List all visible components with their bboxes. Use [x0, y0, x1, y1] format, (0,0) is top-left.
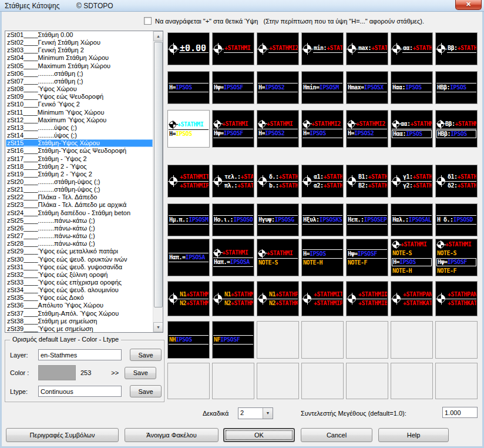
symbol-tile[interactable]: Hγυψ: IPSOSG — [257, 203, 299, 236]
list-item[interactable]: zSt03____Γενική Στάθμη 2 — [6, 46, 153, 54]
symbol-tile[interactable]: +STATHMI2H= IPSOS — [301, 110, 344, 148]
close-button[interactable]: ✕ — [455, 0, 482, 10]
list-item[interactable]: zSt25____.........πάνω-κάτω (;) — [6, 217, 153, 225]
positive-heights-checkbox[interactable] — [144, 17, 152, 25]
symbol-tile[interactable]: min: +STATHMIN — [301, 32, 344, 65]
color-swatch[interactable] — [38, 365, 76, 380]
list-item[interactable]: zSt04____Minimum Στάθμη Χώρου — [6, 54, 153, 62]
list-item[interactable]: zSt01____Στάθμη 0.00 — [6, 31, 153, 39]
list-item[interactable]: zSt13____.........ύψος (;) — [6, 124, 153, 132]
symbol-tile[interactable]: Hεπ.: IPSOSEP — [346, 203, 388, 236]
symbol-tile[interactable]: Hmax=IPSOSX — [346, 71, 388, 104]
list-item[interactable]: zSt19____Στάθμη 2 - Ύψος 2 — [6, 170, 153, 178]
symbol-tile[interactable]: NF IPSOSF — [212, 321, 254, 359]
list-item[interactable]: zSt29____Ύψος εώς μεταλλικό πατάρι — [6, 248, 153, 255]
symbol-tile[interactable]: +STATHMINOTE-SHψ=IPSOSFNOTE-F — [435, 239, 478, 276]
list-item[interactable]: zSt12____Maximum Ύψος Χώρου — [6, 116, 153, 124]
symbol-tile[interactable]: ΗΒβ: IPSOS — [435, 71, 478, 104]
symbol-tile[interactable]: +STATHMI — [212, 32, 254, 65]
cancel-button[interactable]: Cancel — [301, 428, 372, 442]
scroll-thumb[interactable] — [154, 42, 163, 307]
list-item[interactable]: zSt07____.........στάθμη (;) — [6, 78, 153, 85]
symbol-tile[interactable]: N1 +STATHMIDN2 +STATHMIB — [212, 281, 254, 316]
list-item[interactable]: zSt05____Maximum Στάθμη Χώρου — [6, 62, 153, 70]
symbol-tile[interactable]: +STATHMIH= IPSOS — [167, 110, 210, 148]
symbol-tile[interactable]: N1 +STATHPANON2 +STATHKATO — [257, 281, 299, 316]
ok-button[interactable]: OK — [223, 428, 295, 442]
symbol-tile[interactable]: +STATHMID N1+STATHMIB N2 — [346, 281, 388, 316]
symbol-tile[interactable]: +STATHMINOTE-S — [257, 239, 299, 276]
symbol-tile[interactable]: Hμ.π.: IPSOSMP — [167, 203, 210, 236]
symbol-tile[interactable]: τελ.: +STATHMITELπλ.: +STATHMIPL — [212, 165, 254, 198]
list-item[interactable]: zSt14____.........ύψος (;) — [6, 132, 153, 139]
symbol-tile[interactable]: Ββ: +STATHMIΗΒβ: IPSOS — [435, 110, 478, 148]
list-item[interactable]: zSt20____.........στάθμη-ύψος (;) — [6, 178, 153, 186]
list-item[interactable]: zSt36____Απόλυτο Ύψος Χώρου — [6, 302, 153, 309]
list-item[interactable]: zSt22____Πλάκα - Τελ. Δάπεδο — [6, 193, 153, 201]
list-item[interactable]: zSt26____.........πάνω-κάτω (;) — [6, 225, 153, 232]
list-item[interactable]: zSt23____Πλάκα - Τελ. Δάπεδο με αρχικά — [6, 201, 153, 209]
symbol-tile[interactable]: Hαλ.: IPSOSAL — [391, 203, 433, 236]
list-item[interactable]: zSt30____Ύψος εώς ψευδ. ορυκτών ινών — [6, 256, 153, 263]
symbol-tile[interactable]: αα: +STATHMI — [391, 32, 433, 65]
symbol-tile[interactable]: Hο.ι.: IPSOSOI — [212, 203, 254, 236]
list-item[interactable]: zSt31____Ύψος εώς ψευδ. γυψοσανίδα — [6, 263, 153, 271]
list-item[interactable]: zSt39____Ύψος με σημείωση — [6, 325, 153, 332]
symbol-tile[interactable]: N1 +STATHMITELN2 +STATHMIPL — [167, 281, 210, 316]
help-button[interactable]: Help — [378, 428, 449, 442]
list-item[interactable]: zSt17____Στάθμη - Ύψος 2 — [6, 155, 153, 163]
symbol-tile[interactable]: Hαπ.=IPSOSA — [167, 239, 210, 276]
list-item[interactable]: zSt33____Ύψος εώς επίχρισμα οροφής — [6, 279, 153, 286]
list-item[interactable]: zSt32____Ύψος εώς ξύλινη οροφή — [6, 271, 153, 279]
symbol-tile[interactable]: +STATHMIHψ=IPSOSF — [212, 110, 254, 148]
scroll-down-button[interactable]: ▼ — [153, 322, 163, 332]
symbol-tile[interactable]: δ.: +STATHMIDb.: +STATHMIB — [257, 165, 299, 198]
list-item[interactable]: zSt37____Στάθμη-Απόλ. Ύψος Χώρου — [6, 310, 153, 317]
symbol-tile[interactable]: +STATHMITEL N1+STATHMIPL N2 — [301, 281, 344, 316]
symbol-tile[interactable]: +STATHMIHαπ.=IPSOSA — [212, 239, 254, 276]
symbol-tile[interactable]: H= IPSOSNOTE-H — [301, 239, 344, 276]
list-item[interactable]: zSt38____Στάθμη με σημείωση — [6, 317, 153, 325]
symbol-tile[interactable]: Ββ: +STATHMI — [435, 32, 478, 65]
symbol-tile[interactable]: ±0.00 — [167, 32, 210, 65]
symbol-tile[interactable]: Hmin= IPSOSM — [301, 71, 344, 104]
layer-input[interactable] — [38, 349, 122, 360]
open-folder-button[interactable]: Άνοιγμα Φακέλου — [125, 428, 219, 442]
symbol-tile[interactable]: +STATHPANO N1+STATHKATO N2 — [391, 281, 433, 316]
scale-factor-input[interactable] — [442, 407, 478, 418]
list-item[interactable]: zSt18____Στάθμη 2 - Ύψος — [6, 163, 153, 170]
list-item[interactable]: zSt35____Ύψος εώς Δοκό — [6, 294, 153, 302]
list-item[interactable]: zSt15____Στάθμη-Ύψος Χώρου — [6, 139, 153, 147]
list-item[interactable]: zSt34____Ύψος εώς ψευδ. αλουμινίου — [6, 286, 153, 294]
symbol-tile[interactable]: +STATHPANO+STATHKATO NOTE — [435, 281, 478, 316]
symbol-tile[interactable]: α1: +STATHPANOα2: +STATHKATO — [301, 165, 344, 198]
symbol-tile[interactable]: NH IPSOS — [167, 321, 210, 359]
list-item[interactable]: zSt08____Ύψος Χώρου — [6, 85, 153, 93]
symbol-tile[interactable]: +STATHMIH= IPSOS2 — [257, 110, 299, 148]
list-item[interactable]: zSt06____.........στάθμη (;) — [6, 70, 153, 78]
color-picker-expand[interactable]: >> — [111, 369, 119, 376]
symbol-tile[interactable]: δ1: +STATHPANOδ2: +STATHKATO — [435, 165, 478, 198]
list-item[interactable]: zSt11____Minimum Ύψος Χώρου — [6, 109, 153, 116]
symbol-tile[interactable]: +STATHMITEL+STATHMIPL — [167, 165, 210, 198]
list-scrollbar[interactable]: ▲ ▼ — [153, 31, 163, 332]
list-item[interactable]: zSt24____Στάθμη δαπέδου - Στάθμη beton — [6, 209, 153, 217]
symbol-tile[interactable]: Hαα: IPSOS — [391, 71, 433, 104]
list-item[interactable]: zSt27____.........πάνω-κάτω (;) — [6, 232, 153, 240]
list-item[interactable]: zSt16____Στάθμη-Ύψος εώς Ψευδοροφή — [6, 147, 153, 155]
save-layer-button[interactable]: Save — [130, 349, 162, 361]
decimals-select[interactable]: 2 ▼ — [238, 407, 273, 419]
list-item[interactable]: zSt02____Γενική Στάθμη Χώρου — [6, 39, 153, 46]
list-item[interactable]: zSt28____.........πάνω-κάτω (;) — [6, 240, 153, 248]
symbol-tile[interactable]: αα: +STATHMIHαα: IPSOS — [391, 110, 433, 148]
ltype-input[interactable] — [38, 386, 122, 397]
scroll-up-button[interactable]: ▲ — [153, 31, 163, 41]
symbol-tile[interactable]: H= IPSOS — [167, 71, 210, 104]
list-item[interactable]: zSt10____Γενικό Ύψος 2 — [6, 101, 153, 108]
list-item[interactable]: zSt21____.........στάθμη-ύψος (;) — [6, 186, 153, 193]
symbol-tile[interactable]: γ1: +STATHPANOγ2: +STATHKATO — [391, 165, 433, 198]
list-item[interactable]: zSt09____Ύψος εώς Ψευδοροφή — [6, 93, 153, 101]
symbol-tile[interactable]: Hξυλ: IPSOSKS — [301, 203, 344, 236]
save-ltype-button[interactable]: Save — [130, 385, 162, 397]
symbol-tile[interactable]: Β1: +STATHPANOΒ2: +STATHKATO — [346, 165, 388, 198]
